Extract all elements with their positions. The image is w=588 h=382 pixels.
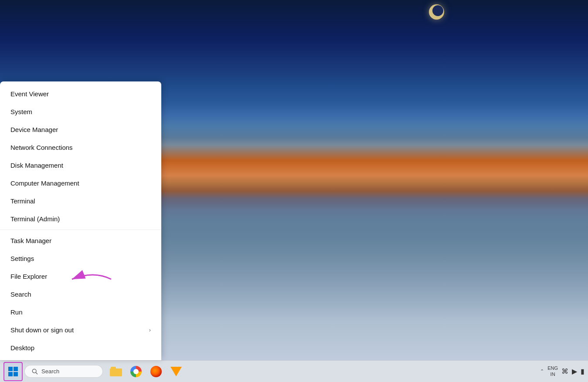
taskbar-left-section: Search	[3, 362, 186, 381]
submenu-chevron-icon: ›	[149, 327, 151, 333]
menu-item-computer-management[interactable]: Computer Management	[0, 174, 161, 192]
svg-line-6	[36, 372, 37, 374]
menu-item-label-settings: Settings	[10, 255, 34, 262]
taskbar-apps	[106, 362, 186, 381]
menu-item-label-desktop: Desktop	[10, 344, 34, 352]
battery-icon[interactable]: ▮	[581, 367, 585, 375]
search-icon	[32, 368, 38, 375]
moon-decoration	[429, 4, 444, 20]
lang-line1: ENG	[547, 365, 558, 371]
menu-item-system[interactable]: System	[0, 103, 161, 121]
vlc-icon	[170, 367, 182, 376]
svg-rect-1	[8, 367, 13, 371]
windows-logo-icon	[8, 366, 18, 377]
menu-item-label-terminal: Terminal	[10, 197, 35, 205]
menu-item-event-viewer[interactable]: Event Viewer	[0, 85, 161, 103]
menu-item-label-file-explorer: File Explorer	[10, 273, 47, 280]
file-explorer-app[interactable]	[106, 362, 126, 381]
menu-item-label-device-manager: Device Manager	[10, 126, 58, 133]
start-button[interactable]	[3, 362, 23, 381]
svg-rect-3	[8, 372, 13, 376]
svg-rect-4	[14, 372, 18, 376]
menu-item-label-network-connections: Network Connections	[10, 144, 73, 151]
menu-item-device-manager[interactable]: Device Manager	[0, 121, 161, 139]
menu-item-disk-management[interactable]: Disk Management	[0, 156, 161, 174]
chrome-icon	[130, 366, 142, 377]
system-tray-chevron[interactable]: ⌃	[540, 368, 544, 374]
menu-item-desktop[interactable]: Desktop	[0, 339, 161, 357]
menu-item-shut-down[interactable]: Shut down or sign out›	[0, 321, 161, 339]
language-indicator[interactable]: ENG IN	[547, 365, 558, 377]
taskbar: Search ⌃ ENG IN ⌘ ▶	[0, 360, 588, 382]
menu-item-label-computer-management: Computer Management	[10, 179, 79, 187]
file-explorer-icon	[110, 367, 122, 376]
menu-separator	[0, 230, 161, 230]
vlc-app[interactable]	[167, 362, 186, 381]
menu-item-label-run: Run	[10, 308, 23, 316]
menu-item-label-task-manager: Task Manager	[10, 237, 51, 244]
lang-line2: IN	[551, 372, 555, 377]
menu-item-task-manager[interactable]: Task Manager	[0, 232, 161, 250]
menu-item-search[interactable]: Search	[0, 285, 161, 303]
menu-item-label-search: Search	[10, 291, 31, 298]
menu-item-network-connections[interactable]: Network Connections	[0, 139, 161, 156]
taskbar-search[interactable]: Search	[24, 365, 103, 378]
taskbar-right-section: ⌃ ENG IN ⌘ ▶ ▮	[540, 365, 585, 377]
menu-item-label-disk-management: Disk Management	[10, 162, 63, 169]
menu-item-file-explorer[interactable]: File Explorer	[0, 267, 161, 285]
menu-item-label-shut-down: Shut down or sign out	[10, 326, 74, 334]
wifi-icon[interactable]: ⌘	[561, 367, 568, 375]
menu-item-label-event-viewer: Event Viewer	[10, 90, 49, 98]
context-menu: Event ViewerSystemDevice ManagerNetwork …	[0, 81, 161, 360]
menu-item-terminal-admin[interactable]: Terminal (Admin)	[0, 210, 161, 228]
firefox-app[interactable]	[146, 362, 166, 381]
menu-item-run[interactable]: Run	[0, 303, 161, 321]
menu-item-label-system: System	[10, 108, 32, 115]
volume-icon[interactable]: ▶	[572, 367, 577, 375]
menu-item-terminal[interactable]: Terminal	[0, 192, 161, 210]
menu-item-label-terminal-admin: Terminal (Admin)	[10, 215, 60, 223]
chrome-app[interactable]	[126, 362, 146, 381]
menu-item-settings[interactable]: Settings	[0, 250, 161, 267]
svg-rect-2	[14, 367, 18, 371]
search-label: Search	[41, 368, 59, 375]
firefox-icon	[150, 366, 162, 377]
